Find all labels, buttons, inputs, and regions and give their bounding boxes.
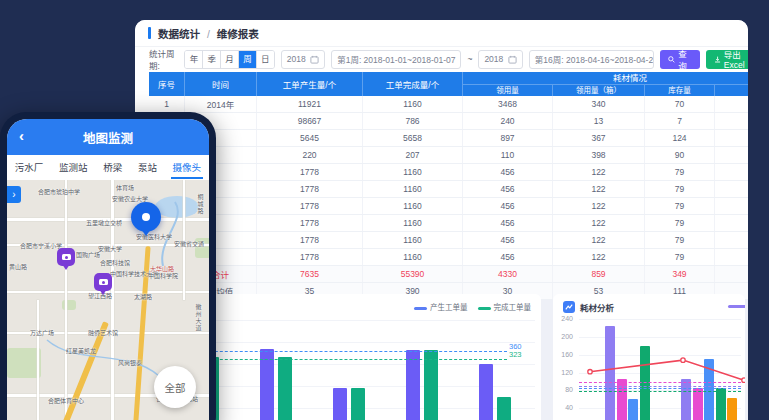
tab-监测站[interactable]: 监测站 <box>57 156 90 179</box>
map-view[interactable]: 合肥市琥珀中学体育场安徽农业大学桐城路五里墩立交桥安徽医科大学安徽省交通合肥市宁… <box>7 180 209 420</box>
selected-camera-pin[interactable] <box>131 202 161 232</box>
breadcrumb-accent-bar <box>148 27 151 39</box>
y-axis-tick: 120 <box>553 369 573 376</box>
table-row: 8177811604561227967 <box>149 215 748 232</box>
table-cell: 110 <box>463 147 553 163</box>
report-table: 序号时间工单产生量/个工单完成量/个耗材情况领用量领用量（箱）库存量水量1201… <box>149 72 748 300</box>
table-cell: 90 <box>645 147 715 163</box>
tab-桥梁[interactable]: 桥梁 <box>101 156 124 179</box>
phone-screen: ‹ 地图监测 污水厂监测站桥梁泵站摄像头 <box>7 119 209 420</box>
map-label: 融侨艺术馆 <box>88 328 118 337</box>
screenshot-stage: 数据统计 / 维修报表 统计周期: 年季月周日 2018 第1周: 2018-0… <box>0 0 769 420</box>
year-end-select[interactable]: 2018 <box>478 50 522 69</box>
legend-dash-cut <box>728 305 745 308</box>
back-button[interactable]: ‹ <box>19 127 24 144</box>
week-end-input[interactable]: 第16周: 2018-04-16~2018-04-22 <box>529 50 654 69</box>
bar <box>333 388 347 420</box>
period-option[interactable]: 季 <box>203 51 221 68</box>
map-label: 国购广场 <box>76 250 100 259</box>
bar <box>727 398 737 420</box>
period-option[interactable]: 月 <box>221 51 239 68</box>
y-axis-tick: 40 <box>553 404 573 411</box>
year-start-select[interactable]: 2018 <box>281 50 325 69</box>
table-cell: 1778 <box>257 164 363 180</box>
panel-expander-button[interactable]: › <box>7 186 21 203</box>
table-cell: 456 <box>463 181 553 197</box>
map-label: 大华山路 <box>150 264 174 273</box>
table-cell: 79 <box>645 232 715 248</box>
table-cell: 250 <box>715 96 748 112</box>
map-label: 合肥体育中心 <box>48 396 84 405</box>
tab-污水厂[interactable]: 污水厂 <box>13 156 46 179</box>
table-cell: 122 <box>553 249 645 265</box>
period-option[interactable]: 日 <box>257 51 274 68</box>
period-segmented-control: 年季月周日 <box>184 50 274 69</box>
pin-dot <box>142 213 150 221</box>
table-cell: 690 <box>715 113 748 129</box>
breadcrumb-section[interactable]: 数据统计 <box>158 28 200 40</box>
tab-泵站[interactable]: 泵站 <box>136 156 159 179</box>
table-cell: 1160 <box>363 249 463 265</box>
table-row: 合计7635553904330859349332 <box>149 266 748 283</box>
table-cell: 67 <box>715 215 748 231</box>
map-label: 体育场 <box>116 183 134 192</box>
column-header: 序号 <box>149 72 185 96</box>
table-cell: 67 <box>715 164 748 180</box>
camera-pin[interactable] <box>94 273 112 291</box>
table-cell: 122 <box>553 232 645 248</box>
y-axis-tick: 80 <box>553 386 573 393</box>
table-cell: 349 <box>645 266 715 282</box>
map-label: 桐城路 <box>196 194 205 215</box>
table-cell: 786 <box>363 113 463 129</box>
report-panel: 数据统计 / 维修报表 统计周期: 年季月周日 2018 第1周: 2018-0… <box>135 20 748 292</box>
app-header: ‹ 地图监测 <box>7 119 209 155</box>
table-cell: 5658 <box>363 130 463 146</box>
table-cell: 240 <box>463 113 553 129</box>
table-cell: 456 <box>463 232 553 248</box>
period-option[interactable]: 周 <box>239 51 257 68</box>
tab-摄像头[interactable]: 摄像头 <box>171 156 204 179</box>
table-cell: 13 <box>553 113 645 129</box>
table-cell: 1160 <box>363 181 463 197</box>
reference-line <box>579 382 741 383</box>
app-title: 地图监测 <box>83 128 133 147</box>
chart-icon <box>563 301 575 313</box>
week-start-input[interactable]: 第1周: 2018-01-01~2018-01-07 <box>331 50 461 69</box>
table-row: 42202071103989019 <box>149 147 748 164</box>
legend-item-generated: 产生工单量 <box>414 301 468 312</box>
camera-pin[interactable] <box>57 248 75 266</box>
camera-icon <box>99 279 108 285</box>
table-cell: 124 <box>645 130 715 146</box>
legend-item-completed: 完成工单量 <box>478 301 532 312</box>
bar <box>479 364 493 420</box>
reference-line <box>579 388 741 389</box>
table-cell: 1160 <box>363 96 463 112</box>
table-cell: 456 <box>463 249 553 265</box>
bar <box>424 350 438 420</box>
table-row: 6177811604561227967 <box>149 181 748 198</box>
show-all-button[interactable]: 全部 <box>154 366 196 408</box>
table-cell: 79 <box>645 249 715 265</box>
bar <box>704 359 714 420</box>
reference-line <box>579 391 741 392</box>
bar <box>605 326 615 420</box>
y-axis-tick: 160 <box>553 351 573 358</box>
map-label: 徽州大道 <box>194 304 203 332</box>
table-cell: 1778 <box>257 249 363 265</box>
column-header: 工单产生量/个 <box>257 72 363 96</box>
gridline <box>579 355 741 356</box>
range-separator: ~ <box>467 54 472 64</box>
bar <box>278 357 292 420</box>
map-label: 太湖路 <box>134 292 152 301</box>
table-row: 5177811604561227967 <box>149 164 748 181</box>
table-cell: 3468 <box>463 96 553 112</box>
page-title: 维修报表 <box>217 28 259 40</box>
table-cell: 1 <box>149 96 185 112</box>
period-option[interactable]: 年 <box>185 51 203 68</box>
table-cell: 79 <box>645 181 715 197</box>
group-header-label: 耗材情况 <box>463 72 748 85</box>
export-excel-button[interactable]: 导出Excel <box>706 50 748 69</box>
table-header: 序号时间工单产生量/个工单完成量/个耗材情况领用量领用量（箱）库存量水量 <box>149 72 748 96</box>
table-cell: 367 <box>553 130 645 146</box>
query-button[interactable]: 查询 <box>660 50 700 69</box>
